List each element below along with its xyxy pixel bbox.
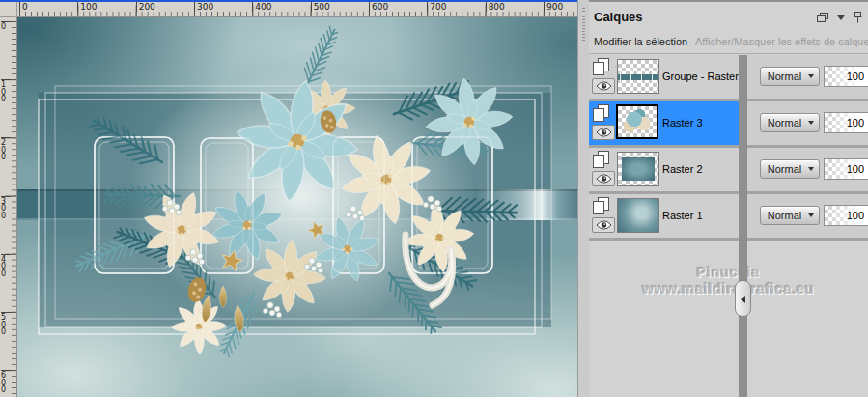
h-ruler-label: 100 (77, 2, 97, 12)
artwork-image (17, 17, 577, 397)
dropdown-caret-icon (808, 121, 814, 125)
h-ruler-label: 300 (194, 2, 213, 12)
watermark-url: www.maildiregrafica.eu (589, 280, 868, 297)
layer-name: Raster 1 (662, 210, 703, 221)
restore-window-icon[interactable] (817, 13, 828, 23)
h-ruler-label: 0 (19, 2, 28, 12)
modify-selection-button[interactable]: Modifier la sélection (594, 36, 687, 47)
opacity-field[interactable]: 100 (824, 112, 868, 133)
h-ruler-label: 900 (544, 2, 563, 12)
layer-type-icon (592, 151, 610, 173)
v-ruler-label: 0 (1, 21, 11, 31)
ruler-corner-box (0, 2, 17, 17)
toggle-layer-effects-button[interactable]: Afficher/Masquer les effets de calque (695, 36, 868, 47)
h-ruler-label: 500 (311, 2, 330, 12)
panel-title: Calques (594, 10, 643, 24)
visibility-eye-icon[interactable] (592, 217, 615, 233)
visibility-eye-icon[interactable] (592, 171, 615, 186)
layer-row-main[interactable]: Raster 1 (589, 194, 739, 238)
layer-row-main[interactable]: Raster 2 (589, 148, 739, 191)
layer-row[interactable]: Raster 2 Normal 100 (589, 148, 868, 191)
layer-row-controls: Normal 100 (747, 148, 868, 191)
app-window: 0100200300400500600700800900 01 0 02 0 0… (0, 0, 868, 397)
h-ruler-label: 600 (369, 2, 388, 12)
layer-row-controls: Normal 100 (747, 55, 868, 99)
v-ruler-label: 4 0 0 (1, 254, 11, 278)
panel-toolbar: Modifier la sélection Afficher/Masquer l… (589, 31, 868, 54)
visibility-eye-icon[interactable] (592, 78, 615, 94)
v-ruler-label: 5 0 0 (1, 312, 11, 336)
layer-name: Groupe - Raster 4 (662, 71, 747, 82)
layer-thumbnail[interactable] (617, 198, 659, 233)
layer-thumbnail[interactable] (617, 152, 659, 186)
layer-type-icon (592, 197, 610, 219)
layer-name: Raster 3 (662, 117, 703, 128)
v-ruler-label: 6 0 0 (1, 370, 11, 394)
layer-thumbnail[interactable] (617, 59, 659, 94)
opacity-field[interactable]: 100 (824, 66, 868, 87)
dropdown-caret-icon (808, 74, 814, 78)
h-ruler-label: 400 (252, 2, 271, 12)
layer-row[interactable]: Raster 3 Normal 100 (589, 101, 868, 145)
blend-mode-dropdown[interactable]: Normal (760, 113, 820, 132)
canvas-area[interactable] (17, 17, 577, 397)
panel-header: Calques (589, 4, 868, 31)
visibility-eye-icon[interactable] (592, 125, 615, 140)
dropdown-caret-icon (808, 167, 814, 171)
layer-row-main[interactable]: Raster 3 (589, 101, 739, 145)
blend-mode-dropdown[interactable]: Normal (760, 159, 820, 179)
layer-row[interactable]: Groupe - Raster 4 Normal 100 (589, 55, 868, 99)
h-ruler-label: 800 (486, 2, 505, 12)
layer-type-icon (592, 58, 610, 80)
layer-name: Raster 2 (662, 163, 703, 175)
palette-splitter[interactable] (739, 55, 747, 397)
pin-icon[interactable] (854, 12, 862, 23)
blend-mode-dropdown[interactable]: Normal (760, 67, 820, 86)
panel-menu-caret-icon[interactable] (837, 15, 845, 20)
h-ruler-label: 200 (136, 2, 155, 12)
row-separator (589, 238, 868, 241)
layer-row-main[interactable]: Groupe - Raster 4 (589, 55, 739, 99)
layers-palette: Calques Modifier la sélection Afficher/M… (589, 0, 868, 397)
layer-row-controls: Normal 100 (747, 194, 868, 238)
horizontal-ruler[interactable]: 0100200300400500600700800900 (17, 2, 577, 17)
layer-thumbnail[interactable] (616, 104, 658, 139)
v-ruler-label: 1 0 0 (1, 79, 11, 103)
watermark-author: Pinuccia (589, 265, 868, 280)
panel-resize-grip[interactable] (577, 0, 589, 397)
opacity-field[interactable]: 100 (824, 158, 868, 180)
h-ruler-label: 700 (427, 2, 446, 12)
v-ruler-label: 2 0 0 (1, 137, 11, 161)
v-ruler-label: 3 0 0 (1, 196, 11, 220)
blend-mode-dropdown[interactable]: Normal (760, 206, 820, 225)
splitter-collapse-handle[interactable] (735, 280, 751, 317)
opacity-field[interactable]: 100 (824, 205, 868, 226)
layer-type-icon (592, 104, 610, 127)
watermark: Pinuccia www.maildiregrafica.eu (589, 265, 868, 297)
layer-list: Groupe - Raster 4 Normal 100 (589, 55, 868, 241)
layer-row[interactable]: Raster 1 Normal 100 (589, 194, 868, 238)
vertical-ruler[interactable]: 01 0 02 0 03 0 04 0 05 0 06 0 0 (0, 17, 17, 397)
layer-row-controls: Normal 100 (747, 101, 868, 145)
dropdown-caret-icon (808, 213, 814, 217)
